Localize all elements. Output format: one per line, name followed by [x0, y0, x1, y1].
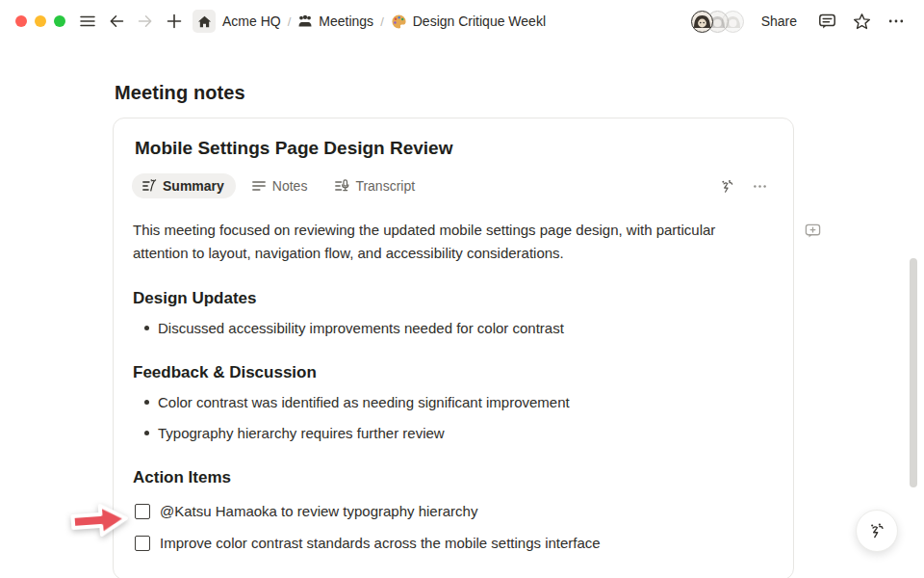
- ai-assistant-button[interactable]: [856, 510, 898, 552]
- close-window-button[interactable]: [15, 15, 27, 27]
- section-heading-feedback: Feedback & Discussion: [133, 363, 774, 382]
- ellipsis-icon: [752, 178, 768, 195]
- transcript-mic-icon: [334, 178, 349, 194]
- forward-arrow-icon: [137, 13, 154, 30]
- new-page-button[interactable]: [162, 9, 187, 34]
- minimize-window-button[interactable]: [35, 15, 46, 27]
- avatar: [691, 11, 713, 33]
- tab-summary-label: Summary: [163, 178, 224, 194]
- meeting-tabs: Summary Notes Transcript: [132, 173, 774, 198]
- breadcrumb-separator: /: [288, 14, 292, 29]
- summary-intro: This meeting focused on reviewing the up…: [133, 219, 774, 265]
- back-button[interactable]: [104, 9, 129, 34]
- app-window: Acme HQ / Meetings / Design Critique Wee…: [0, 0, 924, 578]
- breadcrumb-meetings[interactable]: Meetings: [297, 13, 373, 29]
- tab-summary[interactable]: Summary: [132, 173, 236, 198]
- plus-icon: [166, 13, 183, 30]
- section-heading-action-items: Action Items: [133, 468, 774, 487]
- todo-label: @Katsu Hamaoka to review typography hier…: [160, 503, 477, 519]
- zoom-window-button[interactable]: [54, 15, 65, 27]
- todo-checkbox[interactable]: [135, 536, 150, 551]
- breadcrumb-home-chip[interactable]: [192, 10, 216, 33]
- sidebar-menu-button[interactable]: [75, 9, 100, 34]
- people-icon: [297, 13, 313, 29]
- page-body: Meeting notes Mobile Settings Page Desig…: [0, 42, 924, 578]
- card-more-button[interactable]: [747, 173, 772, 198]
- list-item: Discussed accessibility improvements nee…: [132, 321, 774, 335]
- tab-notes[interactable]: Notes: [242, 173, 320, 198]
- window-controls: [15, 15, 65, 27]
- breadcrumb-page-label: Design Critique Weekl: [413, 13, 546, 29]
- more-options-button[interactable]: [884, 9, 909, 34]
- feedback-list: Color contrast was identified as needing…: [132, 395, 774, 440]
- todo-item: @Katsu Hamaoka to review typography hier…: [135, 503, 774, 519]
- pointer-arrow-annotation: [67, 498, 132, 546]
- star-icon: [853, 13, 871, 31]
- breadcrumb-current-page[interactable]: Design Critique Weekl: [391, 13, 546, 30]
- share-button[interactable]: Share: [761, 13, 797, 29]
- ai-face-icon: [866, 520, 887, 541]
- viewer-avatars[interactable]: [691, 11, 744, 33]
- todo-label: Improve color contrast standards across …: [160, 535, 601, 551]
- scrollbar-thumb[interactable]: [910, 258, 917, 487]
- list-item: Typography hierarchy requires further re…: [132, 426, 774, 440]
- forward-button[interactable]: [133, 9, 158, 34]
- red-arrow-icon: [67, 498, 132, 542]
- comments-button[interactable]: [814, 9, 839, 34]
- todo-item: Improve color contrast standards across …: [135, 535, 774, 551]
- tab-transcript[interactable]: Transcript: [324, 173, 426, 198]
- breadcrumb-workspace[interactable]: Acme HQ: [222, 13, 281, 29]
- ellipsis-icon: [887, 13, 905, 30]
- tab-transcript-label: Transcript: [355, 178, 415, 194]
- page-title: Meeting notes: [115, 82, 924, 104]
- breadcrumb-separator: /: [380, 14, 384, 29]
- meeting-title: Mobile Settings Page Design Review: [135, 138, 774, 159]
- todo-checkbox[interactable]: [135, 504, 150, 519]
- meeting-notes-card: Mobile Settings Page Design Review Summa…: [113, 118, 794, 578]
- add-comment-button[interactable]: [805, 223, 821, 243]
- comment-plus-icon: [805, 223, 821, 239]
- topbar-actions: Share: [691, 9, 909, 34]
- summary-sparkle-icon: [141, 178, 157, 194]
- tab-notes-label: Notes: [272, 178, 308, 194]
- breadcrumb-meetings-label: Meetings: [319, 13, 373, 29]
- comment-icon: [818, 13, 836, 31]
- ai-actions-button[interactable]: [714, 173, 739, 198]
- favorite-button[interactable]: [849, 9, 874, 34]
- list-item: Color contrast was identified as needing…: [132, 395, 774, 409]
- hamburger-icon: [79, 13, 96, 30]
- top-bar: Acme HQ / Meetings / Design Critique Wee…: [0, 0, 924, 42]
- breadcrumb-workspace-label: Acme HQ: [222, 13, 281, 29]
- back-arrow-icon: [108, 13, 125, 30]
- home-icon: [197, 14, 212, 29]
- notes-lines-icon: [251, 178, 267, 194]
- palette-icon: [391, 13, 407, 30]
- breadcrumb: Acme HQ / Meetings / Design Critique Wee…: [222, 13, 546, 30]
- ai-face-icon: [718, 177, 736, 196]
- section-heading-design-updates: Design Updates: [133, 289, 774, 308]
- design-updates-list: Discussed accessibility improvements nee…: [132, 321, 774, 335]
